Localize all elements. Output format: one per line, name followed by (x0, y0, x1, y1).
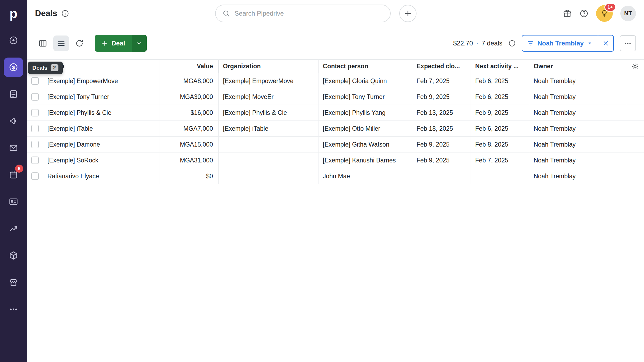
owner-cell: Noah Tremblay (529, 152, 626, 168)
header-owner[interactable]: Owner (529, 60, 626, 73)
header-next-activity[interactable]: Next activity ... (471, 60, 529, 73)
sidebar-item-products[interactable] (0, 242, 27, 269)
help-icon[interactable] (579, 9, 589, 18)
sidebar-item-insights[interactable] (0, 215, 27, 242)
add-deal-button[interactable]: Deal (95, 35, 132, 52)
header-organization[interactable]: Organization (219, 60, 318, 73)
deals-dollar-icon: $ (9, 62, 18, 72)
deal-value-cell: $0 (159, 168, 219, 184)
forecast-view-button[interactable] (72, 36, 87, 51)
deal-title-cell[interactable]: [Exemple] iTable (43, 121, 159, 136)
quick-add-button[interactable] (399, 5, 416, 22)
sidebar-item-mail[interactable] (0, 134, 27, 161)
contact-person-cell[interactable]: [Exemple] Phyllis Yang (318, 105, 412, 120)
column-settings-cell[interactable] (626, 60, 644, 73)
add-deal-dropdown-button[interactable] (132, 35, 147, 52)
owner-cell: Noah Tremblay (529, 121, 626, 136)
deal-value-cell: MGA15,000 (159, 137, 219, 152)
organization-cell[interactable]: [Exemple] EmpowerMove (219, 73, 318, 89)
row-end-cell (626, 89, 644, 105)
organization-cell[interactable]: [Exemple] MoveEr (219, 89, 318, 105)
owner-cell: Noah Tremblay (529, 105, 626, 120)
contact-person-cell[interactable]: [Exemple] Gloria Quinn (318, 73, 412, 89)
row-checkbox[interactable] (31, 141, 39, 148)
pipedrive-app: p $ 6 (0, 0, 644, 362)
checkbox-cell (27, 168, 43, 184)
organization-cell[interactable]: [Exemple] Phyllis & Cie (219, 105, 318, 120)
expected-close-cell (412, 168, 471, 184)
expected-close-cell: Feb 9, 2025 (412, 89, 471, 105)
table-header-row: Name Value Organization Contact person E… (27, 59, 644, 73)
row-end-cell (626, 168, 644, 184)
whats-new-bulb-button[interactable]: 1+ (596, 5, 613, 22)
contact-person-cell[interactable]: [Exemple] Otto Miller (318, 121, 412, 136)
expected-close-cell: Feb 13, 2025 (412, 105, 471, 120)
row-checkbox[interactable] (31, 77, 39, 85)
header-expected-close[interactable]: Expected clo... (412, 60, 471, 73)
deal-value-cell: $16,000 (159, 105, 219, 120)
target-icon (9, 36, 18, 45)
global-search[interactable] (215, 5, 391, 22)
summary-info-icon[interactable] (508, 40, 516, 47)
activities-badge: 6 (15, 165, 23, 173)
table-row: [Exemple] EmpowerMove MGA8,000 [Exemple]… (27, 73, 644, 89)
organization-cell[interactable] (219, 137, 318, 152)
deal-title-cell[interactable]: [Exemple] Tony Turner (43, 89, 159, 105)
deal-title-cell[interactable]: [Exemple] EmpowerMove (43, 73, 159, 89)
expected-close-cell: Feb 18, 2025 (412, 121, 471, 136)
sidebar-item-contacts[interactable] (0, 188, 27, 215)
sidebar-item-more[interactable] (0, 296, 27, 323)
pipeline-view-button[interactable] (35, 36, 51, 51)
header-contact-person[interactable]: Contact person (318, 60, 412, 73)
expected-close-cell: Feb 9, 2025 (412, 152, 471, 168)
row-checkbox[interactable] (31, 109, 39, 116)
gift-icon[interactable] (563, 9, 572, 18)
products-box-icon (9, 251, 18, 260)
row-checkbox[interactable] (31, 93, 39, 101)
topbar: Deals 1+ (27, 0, 644, 27)
contact-person-cell[interactable]: [Exemple] Kanushi Barnes (318, 152, 412, 168)
contact-person-cell[interactable]: John Mae (318, 168, 412, 184)
pipedrive-logo[interactable]: p (0, 0, 27, 27)
organization-cell[interactable] (219, 168, 318, 184)
user-avatar[interactable]: NT (620, 6, 636, 21)
sidebar-item-activities[interactable]: 6 (0, 161, 27, 188)
next-activity-cell: Feb 6, 2025 (471, 89, 529, 105)
clear-filter-button[interactable] (598, 36, 613, 51)
insights-chart-icon (9, 224, 18, 233)
sidebar-item-projects[interactable] (0, 81, 27, 108)
deal-title-cell[interactable]: [Exemple] Damone (43, 137, 159, 152)
row-checkbox[interactable] (31, 125, 39, 132)
contact-person-cell[interactable]: [Exemple] Githa Watson (318, 137, 412, 152)
deals-table: Name Value Organization Contact person E… (27, 59, 644, 184)
mail-icon (9, 143, 18, 153)
sidebar-item-deals[interactable]: $ (0, 54, 27, 81)
deal-title-cell[interactable]: [Exemple] SoRock (43, 152, 159, 168)
row-checkbox[interactable] (31, 172, 39, 180)
sidebar-item-leads[interactable] (0, 27, 27, 54)
header-value[interactable]: Value (159, 60, 219, 73)
organization-cell[interactable]: [Exemple] iTable (219, 121, 318, 136)
list-view-button[interactable] (53, 36, 69, 51)
next-activity-cell: Feb 7, 2025 (471, 152, 529, 168)
row-end-cell (626, 73, 644, 89)
checkbox-cell (27, 89, 43, 105)
deal-title-cell[interactable]: [Exemple] Phyllis & Cie (43, 105, 159, 120)
tasks-icon (9, 89, 18, 99)
deals-summary: $22.70 · 7 deals (453, 40, 502, 47)
contact-person-cell[interactable]: [Exemple] Tony Turner (318, 89, 412, 105)
gear-icon (631, 63, 639, 70)
sidebar-item-campaigns[interactable] (0, 108, 27, 134)
search-input[interactable] (234, 10, 384, 17)
summary-count: 7 deals (482, 40, 502, 47)
contacts-card-icon (9, 197, 18, 207)
deal-title-cell[interactable]: Ratianarivo Elyace (43, 168, 159, 184)
info-icon[interactable] (61, 9, 69, 17)
storefront-icon (9, 278, 18, 287)
row-checkbox[interactable] (31, 157, 39, 164)
sidebar-item-marketplace[interactable] (0, 269, 27, 296)
row-end-cell (626, 105, 644, 120)
more-options-button[interactable] (620, 35, 636, 51)
owner-filter-button[interactable]: Noah Tremblay (522, 36, 598, 51)
organization-cell[interactable] (219, 152, 318, 168)
